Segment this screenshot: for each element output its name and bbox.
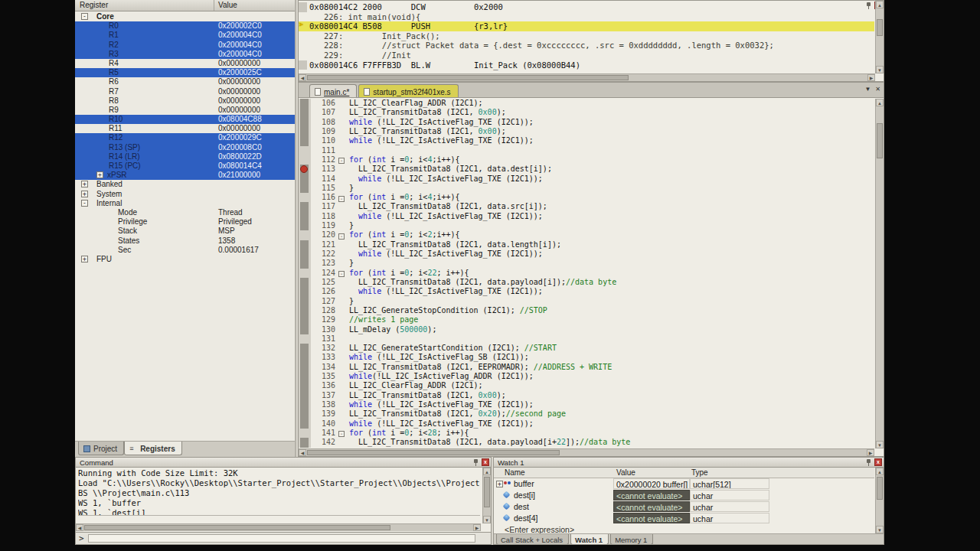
code-line[interactable]: 134LL_I2C_TransmitData8 (I2C1, EEPROMADR…: [299, 363, 874, 372]
scroll-left-icon[interactable]: ◀: [299, 449, 306, 456]
register-row[interactable]: R90x00000000: [75, 106, 295, 115]
code-line[interactable]: 141-for (int i =0; i<28; i++){: [299, 429, 874, 438]
scroll-thumb[interactable]: [877, 123, 883, 158]
breakpoint-margin[interactable]: [299, 429, 311, 438]
code-line[interactable]: 120-for (int i =0; i<2;i++){: [299, 230, 874, 240]
register-row[interactable]: R20x200004C0: [75, 41, 295, 50]
breakpoint-margin[interactable]: [299, 174, 311, 184]
register-row[interactable]: ModeThread: [75, 208, 295, 217]
breakpoint-margin[interactable]: [299, 99, 311, 108]
scroll-left-icon[interactable]: ◀: [299, 74, 306, 81]
register-row[interactable]: R40x00000000: [75, 59, 295, 68]
code-line[interactable]: 109LL_I2C_TransmitData8 (I2C1, 0x00);: [299, 127, 874, 136]
disassembly-line[interactable]: 228: //struct Packet data = {.dest = 0xc…: [299, 41, 874, 51]
watch-value[interactable]: 0x20000020 buffer[] "": [613, 478, 690, 489]
disassembly-gutter[interactable]: [299, 41, 307, 51]
disassembly-horizontal-scrollbar[interactable]: ◀ ▶: [299, 73, 875, 81]
collapse-icon[interactable]: -: [338, 233, 345, 240]
scroll-down-icon[interactable]: ▼: [876, 66, 884, 73]
breakpoint-margin[interactable]: [299, 344, 311, 353]
code-line[interactable]: 118 while (!LL_I2C_IsActiveFlag_TXE (I2C…: [299, 212, 874, 221]
breakpoint-margin[interactable]: [299, 118, 311, 127]
breakpoint-margin[interactable]: [299, 259, 311, 268]
disassembly-line[interactable]: ➤0x080014C4 B508 PUSH {r3,lr}: [299, 21, 874, 31]
code-line[interactable]: 139LL_I2C_TransmitData8 (I2C1, 0x20);//s…: [299, 409, 874, 419]
expander-icon[interactable]: +: [96, 171, 103, 178]
tab-registers[interactable]: ≡Registers: [124, 442, 182, 455]
watch-row[interactable]: dest[4]<cannot evaluate>uchar: [494, 513, 874, 524]
code-line[interactable]: 124-for (int i =0; i<22; i++){: [299, 269, 874, 278]
scroll-up-icon[interactable]: ▲: [876, 468, 884, 475]
column-splitter[interactable]: [214, 0, 214, 11]
scroll-up-icon[interactable]: ▲: [876, 99, 884, 106]
disassembly-line[interactable]: 226: int main(void){: [299, 12, 874, 22]
breakpoint-margin[interactable]: [299, 306, 311, 315]
breakpoint-margin[interactable]: [299, 409, 311, 419]
code-line[interactable]: 125 LL_I2C_TransmitData8 (I2C1, data.pay…: [299, 278, 874, 287]
breakpoint-margin[interactable]: [299, 438, 311, 447]
code-line[interactable]: 135while(!LL_I2C_IsActiveFlag_ADDR (I2C1…: [299, 372, 874, 381]
code-line[interactable]: 130LL_mDelay (500000);: [299, 325, 874, 334]
expander-icon[interactable]: -: [81, 200, 88, 207]
pin-icon[interactable]: [472, 459, 479, 466]
disassembly-gutter[interactable]: [299, 60, 307, 70]
breakpoint-margin[interactable]: [299, 136, 311, 145]
register-group-row[interactable]: +Banked: [75, 180, 295, 189]
breakpoint-margin[interactable]: [299, 353, 311, 362]
watch-value[interactable]: <cannot evaluate>: [613, 490, 690, 500]
command-input[interactable]: [88, 534, 475, 543]
breakpoint-margin[interactable]: [299, 391, 311, 400]
register-row[interactable]: R120x2000029C: [75, 133, 295, 142]
breakpoint-margin[interactable]: [299, 315, 311, 324]
expander-icon[interactable]: +: [81, 256, 88, 262]
breakpoint-margin[interactable]: [299, 127, 311, 136]
disassembly-vertical-scrollbar[interactable]: ▲ ▼: [875, 1, 884, 73]
code-line[interactable]: 113 LL_I2C_TransmitData8 (I2C1, data.des…: [299, 165, 874, 174]
command-output[interactable]: Running with Code Size Limit: 32KLoad "C…: [78, 468, 480, 516]
code-line[interactable]: 126 while (!LL_I2C_IsActiveFlag_TXE (I2C…: [299, 287, 874, 296]
scroll-down-icon[interactable]: ▼: [876, 526, 884, 533]
disassembly-line[interactable]: 229: //Init: [299, 51, 874, 60]
register-row[interactable]: PrivilegePrivileged: [75, 217, 295, 227]
command-vertical-scrollbar[interactable]: ▲ ▼: [482, 468, 491, 523]
code-line[interactable]: 131: [299, 334, 874, 344]
breakpoint-margin[interactable]: [299, 230, 311, 240]
scroll-down-icon[interactable]: ▼: [876, 441, 884, 448]
register-row[interactable]: R15 (PC)0x080014C4: [75, 161, 295, 171]
watch-name[interactable]: dest: [514, 501, 529, 513]
register-row[interactable]: R70x00000000: [75, 87, 295, 96]
disassembly-lines[interactable]: 0x080014C2 2000 DCW 0x2000 226: int main…: [299, 2, 874, 72]
code-line[interactable]: 123}: [299, 259, 874, 268]
breakpoint-margin[interactable]: [299, 287, 311, 296]
disassembly-line[interactable]: 227: Init_Pack();: [299, 31, 874, 41]
code-line[interactable]: 112-for (int i =0; i<4;i++){: [299, 155, 874, 165]
scroll-right-icon[interactable]: ▶: [867, 449, 874, 456]
breakpoint-margin[interactable]: [299, 269, 311, 278]
register-row[interactable]: Sec0.00001617: [75, 246, 295, 255]
disassembly-gutter[interactable]: [299, 2, 307, 12]
code-line[interactable]: 115}: [299, 184, 874, 193]
code-line[interactable]: 140while (!LL_I2C_IsActiveFlag_TXE (I2C1…: [299, 419, 874, 429]
editor-vertical-scrollbar[interactable]: ▲ ▼: [875, 99, 884, 448]
register-group-row[interactable]: +FPU: [75, 255, 295, 264]
code-line[interactable]: 116-for (int i =0; i<4;i++){: [299, 193, 874, 202]
watch-row[interactable]: +buffer0x20000020 buffer[] ""uchar[512]: [494, 478, 874, 490]
expander-icon[interactable]: -: [81, 13, 88, 20]
register-row[interactable]: States1358: [75, 236, 295, 246]
breakpoint-margin[interactable]: [299, 419, 311, 429]
scroll-up-icon[interactable]: ▲: [483, 468, 491, 475]
scroll-thumb[interactable]: [307, 450, 560, 455]
scroll-thumb[interactable]: [877, 19, 883, 36]
breakpoint-margin[interactable]: [299, 165, 311, 174]
breakpoint-margin[interactable]: [299, 381, 311, 390]
register-row[interactable]: R10x200004C0: [75, 31, 295, 40]
code-line[interactable]: 142 LL_I2C_TransmitData8 (I2C1, data.pay…: [299, 438, 874, 447]
watch-vertical-scrollbar[interactable]: ▲ ▼: [875, 468, 884, 533]
breakpoint-margin[interactable]: [299, 297, 311, 306]
breakpoint-margin[interactable]: [299, 334, 311, 344]
register-row[interactable]: R100x08004C88: [75, 115, 295, 124]
watch-row[interactable]: dest[i]<cannot evaluate>uchar: [494, 490, 874, 501]
breakpoint-margin[interactable]: [299, 212, 311, 221]
scroll-down-icon[interactable]: ▼: [483, 516, 491, 523]
breakpoint-margin[interactable]: [299, 372, 311, 381]
